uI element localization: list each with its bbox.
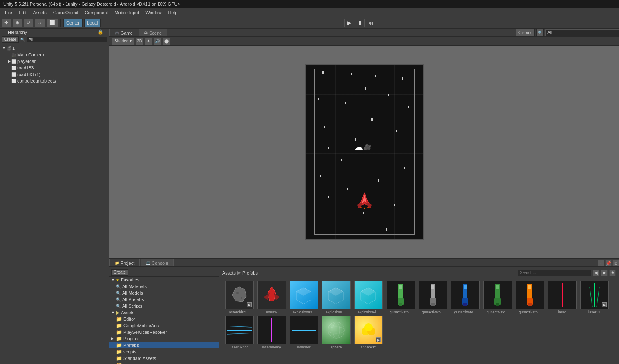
pause-button[interactable]: ⏸ — [355, 19, 365, 27]
gun-svg-5 — [523, 283, 537, 307]
gizmos-btn[interactable]: Gizmos — [516, 29, 535, 36]
hierarchy-item-camera[interactable]: 🎥 Main Camera — [0, 51, 109, 58]
lighting-icon[interactable]: ☀ — [145, 38, 152, 45]
tab-game[interactable]: 🎮 Game — [109, 29, 138, 36]
scene-root-item[interactable]: ▼ 🎬 1 — [0, 45, 109, 51]
sidebar-all-scripts[interactable]: 🔍 All Scripts — [109, 303, 219, 309]
sidebar-prefabs[interactable]: 📁 Prefabs — [109, 342, 219, 348]
menu-file[interactable]: File — [2, 9, 16, 16]
hierarchy-menu-icon[interactable]: ≡ — [104, 29, 107, 35]
sidebar-standard-assets[interactable]: 📁 Standard Assets — [109, 355, 219, 362]
prefabs-folder-icon: 📁 — [116, 342, 122, 348]
project-star-icon[interactable]: ★ — [609, 270, 616, 276]
hierarchy-item-playercar[interactable]: ▶ ⬜ playercar — [0, 58, 109, 65]
project-nav-forward-icon[interactable]: ▶ — [601, 270, 608, 276]
sidebar-plugins[interactable]: ▶ 📁 Plugins — [109, 335, 219, 342]
rotate-tool-btn[interactable]: ↺ — [24, 19, 33, 27]
project-create-btn[interactable]: Create — [111, 269, 128, 276]
sidebar-editor[interactable]: 📁 Editor — [109, 316, 219, 322]
menu-help[interactable]: Help — [165, 9, 181, 16]
menu-gameobject[interactable]: GameObject — [50, 9, 82, 16]
hierarchy-item-control[interactable]: ⬜ controlcountobjects — [0, 78, 109, 84]
hand-tool-btn[interactable]: ✥ — [2, 19, 11, 27]
asset-laserenemy[interactable]: laserenemy — [256, 316, 287, 349]
asset-gunactivato-1[interactable]: gunactivato... — [385, 281, 416, 314]
tab-scene[interactable]: 🏔 Scene — [139, 29, 167, 36]
audio-icon[interactable]: 🔊 — [154, 38, 161, 45]
title-bar: Unity 5.5.2f1 Personal (64bit) - 1unity … — [0, 0, 619, 8]
panel-pin-icon[interactable]: 📌 — [605, 260, 612, 266]
asset-grid: ▶ asteroidrot... — [221, 277, 617, 353]
asset-sphere[interactable]: sphere — [321, 316, 351, 349]
go-icon: ⬜ — [11, 59, 16, 64]
rect-tool-btn[interactable]: ⬜ — [47, 19, 58, 27]
sidebar-favorites[interactable]: ▼ ★ Favorites — [109, 277, 219, 283]
asset-laser3x[interactable]: ▶ laser3x — [579, 281, 610, 314]
hierarchy-create-btn[interactable]: Create — [2, 36, 19, 43]
move-tool-btn[interactable]: ⊕ — [13, 19, 22, 27]
sidebar-all-materials[interactable]: 🔍 All Materials — [109, 283, 219, 290]
svg-marker-7 — [232, 287, 246, 302]
panel-maximize-icon[interactable]: ⊡ — [612, 260, 619, 266]
favorites-label: Favorites — [121, 277, 139, 282]
project-search-input[interactable] — [518, 270, 591, 276]
sidebar-all-models[interactable]: 🔍 All Models — [109, 290, 219, 296]
hierarchy-item-road183[interactable]: ⬜ road183 — [0, 65, 109, 71]
menu-component[interactable]: Component — [81, 9, 111, 16]
2d-btn[interactable]: 2D — [136, 38, 143, 45]
asset-explosionPl[interactable]: explosionPl... — [353, 281, 384, 314]
hierarchy-item-road183-1[interactable]: ⬜ road183 (1) — [0, 71, 109, 78]
play-button[interactable]: ▶ — [344, 19, 354, 27]
arrow-btn[interactable]: ▶ — [247, 302, 252, 307]
menu-mobile-input[interactable]: Mobile Input — [111, 9, 142, 16]
asset-explosionE[interactable]: explosionE... — [321, 281, 351, 314]
star-7 — [388, 94, 389, 96]
step-button[interactable]: ⏭ — [366, 19, 375, 27]
scale-tool-btn[interactable]: ↔ — [35, 19, 45, 27]
asset-thumb-laser3x: ▶ — [580, 281, 609, 309]
asset-sphere3x[interactable]: ▶ sphere3x — [353, 316, 384, 349]
scripts-label: scripts — [123, 349, 136, 354]
project-nav-back-icon[interactable]: ◀ — [593, 270, 599, 276]
asset-asteroidrot[interactable]: ▶ asteroidrot... — [224, 281, 255, 314]
editor-folder-icon: 📁 — [116, 316, 122, 322]
sidebar-googlemobileads[interactable]: 📁 GoogleMobileAds — [109, 322, 219, 329]
sidebar-playservices[interactable]: 📁 PlayServicesResolver — [109, 329, 219, 335]
shaded-dropdown[interactable]: Shaded ▾ — [112, 38, 134, 45]
hierarchy-search-input[interactable] — [27, 37, 107, 42]
menu-edit[interactable]: Edit — [16, 9, 30, 16]
center-btn[interactable]: Center — [63, 19, 83, 27]
asset-enemy[interactable]: enemy — [256, 281, 287, 314]
asset-explosionas[interactable]: explosionas... — [288, 281, 319, 314]
menu-window[interactable]: Window — [142, 9, 165, 16]
asset-gunactivato-2[interactable]: gunactivato... — [418, 281, 448, 314]
arrow-btn-3[interactable]: ▶ — [376, 337, 381, 342]
game-canvas: ☁🎥 — [305, 64, 424, 240]
tab-project[interactable]: 📁 Project — [109, 259, 140, 266]
game-tab-label: Game — [121, 31, 133, 36]
scene-search-input[interactable] — [545, 29, 619, 36]
arrow-btn-2[interactable]: ▶ — [602, 302, 607, 307]
game-view[interactable]: ☁🎥 — [109, 46, 619, 258]
sidebar-all-prefabs[interactable]: 🔍 All Prefabs — [109, 296, 219, 303]
asset-gunactivato-4[interactable]: gunactivato... — [482, 281, 513, 314]
view-tabs: 🎮 Game 🏔 Scene Gizmos 🔍 — [109, 29, 619, 37]
play-controls: ▶ ⏸ ⏭ — [344, 19, 375, 27]
local-btn[interactable]: Local — [84, 19, 101, 27]
svg-line-41 — [590, 287, 592, 307]
breadcrumb-assets[interactable]: Assets — [222, 270, 236, 275]
tab-console[interactable]: 💻 Console — [141, 259, 173, 266]
asset-laser3xhor[interactable]: laser3xhor — [224, 316, 255, 349]
panel-collapse-icon[interactable]: ⟨ — [598, 260, 604, 266]
asset-laserhor[interactable]: laserhor — [288, 316, 319, 349]
sidebar-textures[interactable]: ▶ 📁 textures — [109, 362, 219, 364]
effects-icon[interactable]: ⬤ — [163, 38, 170, 45]
breadcrumb-prefabs[interactable]: Prefabs — [242, 270, 258, 275]
menu-assets[interactable]: Assets — [30, 9, 50, 16]
asset-laser[interactable]: laser — [547, 281, 577, 314]
asset-gunactivato-3[interactable]: gunactivato... — [450, 281, 480, 314]
hierarchy-lock-icon[interactable]: 🔒 — [98, 29, 103, 35]
asset-gunactivato-5[interactable]: gunactivato... — [514, 281, 545, 314]
sidebar-assets[interactable]: ▼ ▶ Assets — [109, 309, 219, 316]
sidebar-scripts[interactable]: 📁 scripts — [109, 348, 219, 355]
